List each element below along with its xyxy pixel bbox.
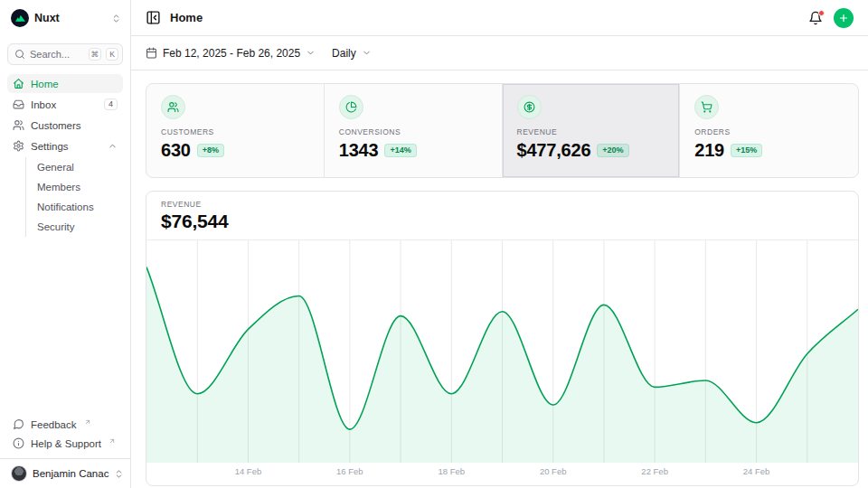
granularity-select[interactable]: Daily	[332, 47, 372, 60]
chart-title: REVENUE	[161, 200, 844, 209]
sidebar-item-label: Customers	[31, 120, 81, 131]
stat-value: 219	[694, 140, 724, 161]
sidebar-item-security[interactable]: Security	[37, 217, 123, 237]
x-tick-label: 16 Feb	[336, 466, 363, 476]
x-tick-label: 20 Feb	[540, 466, 567, 476]
external-link-icon	[108, 437, 116, 445]
stat-value: 630	[161, 140, 191, 161]
sidebar-item-label: Inbox	[31, 99, 56, 110]
chart-x-axis: 14 Feb16 Feb18 Feb20 Feb22 Feb24 Feb	[146, 463, 858, 481]
stat-card-customers[interactable]: CUSTOMERS 630 +8%	[146, 84, 325, 177]
stat-label: REVENUE	[517, 127, 665, 136]
sidebar-item-inbox[interactable]: Inbox 4	[7, 95, 123, 114]
chart-current-value: $76,544	[161, 211, 844, 232]
x-tick-label: 24 Feb	[743, 466, 770, 476]
help-support-link[interactable]: Help & Support	[7, 434, 123, 453]
content: CUSTOMERS 630 +8% CONVERSIONS 1343 +14%	[131, 70, 868, 488]
user-name: Benjamin Canac	[33, 468, 108, 479]
circle-dollar-icon	[517, 95, 542, 119]
sidebar-item-notifications[interactable]: Notifications	[37, 197, 123, 217]
chat-bubble-icon	[13, 418, 24, 430]
granularity-value: Daily	[332, 47, 356, 60]
sidebar-item-home[interactable]: Home	[7, 74, 123, 93]
search-icon	[14, 49, 25, 60]
page-title: Home	[170, 11, 203, 24]
stat-change-badge: +15%	[731, 144, 762, 157]
sidebar-item-general[interactable]: General	[37, 157, 123, 177]
settings-subnav: General Members Notifications Security	[25, 157, 123, 237]
user-menu[interactable]: Benjamin Canac	[0, 458, 130, 488]
chevrons-up-down-icon	[114, 469, 124, 479]
date-range-value: Feb 12, 2025 - Feb 26, 2025	[163, 47, 300, 60]
chevron-down-icon	[306, 48, 316, 58]
sidebar-item-customers[interactable]: Customers	[7, 116, 123, 135]
search-placeholder: Search...	[30, 49, 84, 60]
revenue-chart-card: REVENUE $76,544 14 Feb16 Feb18 Feb20 Feb…	[146, 191, 859, 486]
stat-value: $477,626	[517, 140, 591, 161]
cart-icon	[694, 95, 719, 119]
sidebar: Nuxt Search... ⌘ K Home Inbox 4 Customer…	[0, 0, 131, 488]
stat-change-badge: +8%	[197, 144, 224, 157]
stat-value: 1343	[339, 140, 379, 161]
chart-header: REVENUE $76,544	[146, 192, 858, 240]
info-icon	[13, 437, 24, 449]
users-icon	[161, 95, 185, 119]
house-icon	[13, 78, 24, 89]
workspace-switcher[interactable]: Nuxt	[0, 0, 130, 36]
nuxt-logo-icon	[11, 9, 29, 27]
x-tick-label: 22 Feb	[641, 466, 668, 476]
chart-pie-icon	[339, 95, 363, 119]
sidebar-footer: Feedback Help & Support	[0, 409, 130, 458]
workspace-name: Nuxt	[34, 12, 60, 24]
stat-change-badge: +14%	[384, 144, 416, 157]
stat-label: ORDERS	[694, 127, 844, 136]
external-link-icon	[84, 418, 91, 426]
chevron-down-icon	[362, 48, 372, 58]
users-icon	[13, 119, 24, 131]
stat-card-orders[interactable]: ORDERS 219 +15%	[680, 84, 858, 177]
sidebar-item-members[interactable]: Members	[37, 177, 123, 197]
date-range-picker[interactable]: Feb 12, 2025 - Feb 26, 2025	[146, 47, 316, 60]
header-actions	[808, 8, 854, 28]
stat-label: CONVERSIONS	[339, 127, 487, 136]
main: Home Feb 12, 2025 - Feb 26, 2025 Daily	[131, 0, 868, 488]
plus-icon	[838, 13, 849, 23]
feedback-link[interactable]: Feedback	[7, 415, 123, 434]
help-support-label: Help & Support	[31, 438, 101, 449]
avatar	[11, 465, 27, 482]
calendar-icon	[146, 47, 157, 59]
kbd-k: K	[106, 48, 118, 61]
stats-panel: CUSTOMERS 630 +8% CONVERSIONS 1343 +14%	[146, 83, 859, 178]
chevron-up-icon	[108, 141, 118, 151]
stat-card-revenue[interactable]: REVENUE $477,626 +20%	[503, 84, 681, 177]
sidebar-item-label: Settings	[31, 141, 69, 152]
page-header: Home	[131, 0, 868, 36]
notification-dot	[818, 10, 825, 16]
stat-label: CUSTOMERS	[161, 127, 309, 136]
x-tick-label: 18 Feb	[438, 466, 465, 476]
collapse-sidebar-button[interactable]	[146, 10, 161, 25]
chevrons-up-down-icon	[111, 14, 121, 23]
sidebar-item-settings[interactable]: Settings	[7, 136, 123, 155]
sidebar-item-label: Home	[31, 79, 59, 89]
stat-card-conversions[interactable]: CONVERSIONS 1343 +14%	[325, 84, 503, 177]
area-chart-svg	[146, 240, 858, 463]
inbox-icon	[13, 99, 24, 110]
gear-icon	[13, 140, 24, 152]
kbd-meta: ⌘	[89, 48, 102, 61]
feedback-label: Feedback	[31, 419, 77, 430]
notifications-button[interactable]	[808, 11, 823, 25]
x-tick-label: 14 Feb	[235, 466, 262, 476]
app: Nuxt Search... ⌘ K Home Inbox 4 Customer…	[0, 0, 868, 488]
filters-toolbar: Feb 12, 2025 - Feb 26, 2025 Daily	[131, 36, 868, 70]
sidebar-nav: Home Inbox 4 Customers Settings General …	[0, 74, 130, 239]
add-button[interactable]	[834, 8, 854, 28]
inbox-count-badge: 4	[104, 99, 118, 111]
revenue-area-chart[interactable]	[146, 240, 858, 463]
search-input[interactable]: Search... ⌘ K	[7, 43, 123, 65]
stat-change-badge: +20%	[597, 144, 628, 157]
